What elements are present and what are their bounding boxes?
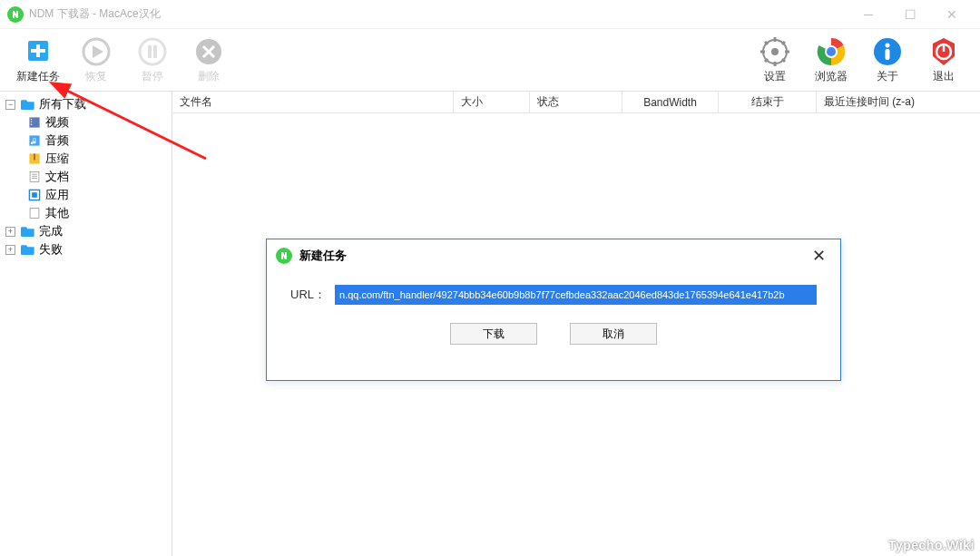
svg-rect-33 [30,171,39,181]
new-task-icon [23,36,54,67]
browser-icon [816,36,847,67]
exit-icon [928,36,959,67]
sidebar-item-other[interactable]: 其他 [22,204,172,222]
resume-button[interactable]: 恢复 [76,36,116,84]
sidebar-item-label: 应用 [45,187,69,203]
sidebar-item-label: 压缩 [45,151,69,167]
url-label: URL： [290,287,326,303]
folder-icon [21,98,35,111]
close-button[interactable]: ✕ [931,0,973,29]
svg-rect-23 [886,49,890,60]
about-icon [872,36,903,67]
folder-icon [21,243,35,256]
svg-line-17 [782,42,785,44]
sidebar-failed[interactable]: + 失败 [0,240,172,258]
other-icon [27,207,42,219]
sidebar-failed-label: 失败 [39,241,63,258]
expand-icon[interactable]: + [5,227,15,237]
svg-rect-39 [30,208,39,218]
svg-point-22 [886,43,890,47]
video-icon [27,116,42,129]
sidebar-all-downloads[interactable]: − 所有下载 [0,95,172,113]
delete-label: 删除 [198,69,220,84]
svg-rect-27 [31,119,32,120]
sidebar-item-audio[interactable]: 音频 [22,132,172,150]
svg-rect-6 [153,45,157,58]
browser-button[interactable]: 浏览器 [811,36,851,84]
toolbar: 新建任务 恢复 暂停 删除 设置 [0,29,980,91]
delete-button[interactable]: 删除 [189,36,229,84]
pause-icon [137,36,168,67]
titlebar: NDM 下载器 - MacAce汉化 ─ ☐ ✕ [0,0,980,29]
sidebar-item-archive[interactable]: 压缩 [22,150,172,168]
app-icon [7,6,24,23]
settings-icon [760,36,790,67]
table-header: 文件名 大小 状态 BandWidth 结束于 最近连接时间 (z-a) [172,92,980,113]
dialog-titlebar: 新建任务 ✕ [267,239,840,272]
delete-icon [193,36,224,67]
sidebar-children: 视频 音频 压缩 文档 应用 其他 [0,113,172,222]
settings-label: 设置 [764,69,786,84]
svg-point-9 [771,48,779,55]
svg-rect-38 [32,192,37,198]
svg-rect-29 [31,123,32,124]
column-last[interactable]: 最近连接时间 (z-a) [817,92,980,112]
new-task-button[interactable]: 新建任务 [16,36,60,84]
window-title: NDM 下载器 - MacAce汉化 [29,6,161,22]
toolbar-left-group: 新建任务 恢复 暂停 删除 [16,36,229,84]
settings-button[interactable]: 设置 [755,36,795,84]
resume-icon [81,36,112,67]
window-controls: ─ ☐ ✕ [848,0,973,29]
about-button[interactable]: 关于 [867,36,907,84]
dialog-body: URL： [267,272,840,305]
resume-label: 恢复 [85,69,107,84]
dialog-title: 新建任务 [299,248,347,264]
sidebar-item-video[interactable]: 视频 [22,113,172,132]
folder-icon [21,225,35,238]
sidebar-all-downloads-label: 所有下载 [39,96,86,112]
new-task-label: 新建任务 [16,69,60,84]
sidebar-item-app[interactable]: 应用 [22,186,172,204]
archive-icon [27,152,42,165]
column-bandwidth[interactable]: BandWidth [622,92,719,112]
column-size[interactable]: 大小 [454,92,530,112]
dialog-close-button[interactable]: ✕ [806,246,831,266]
minimize-button[interactable]: ─ [848,0,889,29]
sidebar-completed[interactable]: + 完成 [0,222,172,240]
column-filename[interactable]: 文件名 [172,92,454,112]
svg-rect-2 [31,49,45,53]
dialog-footer: 下载 取消 [267,323,840,345]
pause-label: 暂停 [142,69,163,84]
pause-button[interactable]: 暂停 [132,36,172,84]
maximize-button[interactable]: ☐ [889,0,931,29]
download-button[interactable]: 下载 [450,323,537,345]
about-label: 关于 [877,69,898,84]
svg-line-15 [782,59,785,62]
svg-line-14 [765,42,768,44]
doc-icon [27,171,42,183]
cancel-button[interactable]: 取消 [570,323,657,345]
column-status[interactable]: 状态 [530,92,622,112]
sidebar: − 所有下载 视频 音频 压缩 文档 应用 [0,92,172,556]
column-end[interactable]: 结束于 [719,92,817,112]
toolbar-right-group: 设置 浏览器 关于 退出 [755,36,964,84]
audio-icon [27,134,42,147]
expand-icon[interactable]: + [5,245,15,255]
app-icon [27,189,42,201]
sidebar-completed-label: 完成 [39,223,63,239]
sidebar-item-label: 文档 [45,169,69,185]
svg-point-20 [827,47,836,56]
svg-rect-30 [29,135,39,145]
exit-label: 退出 [933,69,955,84]
svg-rect-5 [148,45,152,58]
exit-button[interactable]: 退出 [924,36,964,84]
sidebar-item-doc[interactable]: 文档 [22,168,172,186]
watermark: Typecho.Wiki [888,538,975,552]
svg-line-16 [765,59,768,62]
dialog-app-icon [276,248,292,264]
url-input[interactable] [335,285,817,305]
collapse-icon[interactable]: − [5,100,15,110]
browser-label: 浏览器 [815,69,848,84]
sidebar-item-label: 音频 [45,132,69,149]
svg-point-4 [140,39,165,64]
